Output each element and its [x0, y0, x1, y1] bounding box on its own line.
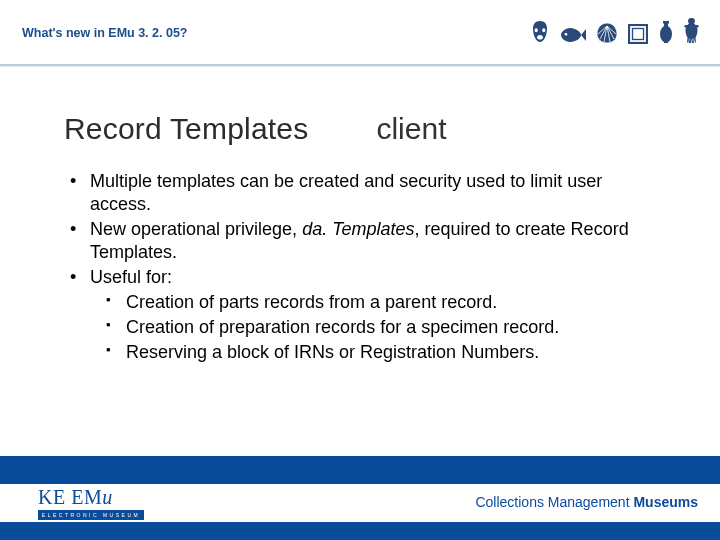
svg-rect-1 [633, 29, 644, 40]
vase-icon [658, 20, 674, 44]
footer-text-a: Collections Management [475, 494, 633, 510]
bullet-text: Useful for: [90, 267, 172, 287]
slide: What's new in EMu 3. 2. 05? Record [0, 0, 720, 540]
bullet-text: Creation of preparation records for a sp… [126, 317, 559, 337]
logo-subtext-bar: ELECTRONIC MUSEUM [38, 510, 144, 520]
logo-text-c: u [102, 486, 113, 508]
bullet-text: Multiple templates can be created and se… [90, 171, 602, 214]
footer-bar: KE EMu ELECTRONIC MUSEUM Collections Man… [0, 456, 720, 540]
logo-text-b: EM [71, 486, 102, 508]
bullet-level1: Useful for: [64, 266, 660, 289]
bullet-level2: Creation of parts records from a parent … [64, 291, 660, 314]
logo-text: KE EMu [38, 486, 113, 509]
logo-subtext: ELECTRONIC MUSEUM [42, 512, 140, 518]
logo-text-a: KE [38, 486, 71, 508]
bullet-level1: New operational privilege, da. Templates… [64, 218, 660, 264]
logo: KE EMu ELECTRONIC MUSEUM [38, 486, 144, 520]
fish-icon [560, 26, 586, 44]
bullet-text: Reserving a block of IRNs or Registratio… [126, 342, 539, 362]
slide-title-main: Record Templates [64, 112, 308, 146]
header-icon-row [530, 18, 700, 44]
shell-icon [596, 22, 618, 44]
content-body: Multiple templates can be created and se… [64, 170, 660, 366]
title-row: Record Templates client [64, 112, 446, 146]
footer-text: Collections Management Museums [475, 494, 698, 510]
mask-icon [530, 20, 550, 44]
bullet-text-em: da. Templates [302, 219, 414, 239]
footer-text-b: Museums [633, 494, 698, 510]
header-rule-shadow [0, 66, 720, 67]
bullet-level1: Multiple templates can be created and se… [64, 170, 660, 216]
bullet-level2: Creation of preparation records for a sp… [64, 316, 660, 339]
bullet-text-pre: New operational privilege, [90, 219, 302, 239]
bullet-level2: Reserving a block of IRNs or Registratio… [64, 341, 660, 364]
figure-icon [684, 18, 700, 44]
frame-icon [628, 24, 648, 44]
slide-title-sub: client [376, 112, 446, 146]
svg-rect-0 [629, 25, 647, 43]
header-title: What's new in EMu 3. 2. 05? [22, 26, 188, 40]
header: What's new in EMu 3. 2. 05? [0, 0, 720, 66]
bullet-text: Creation of parts records from a parent … [126, 292, 497, 312]
